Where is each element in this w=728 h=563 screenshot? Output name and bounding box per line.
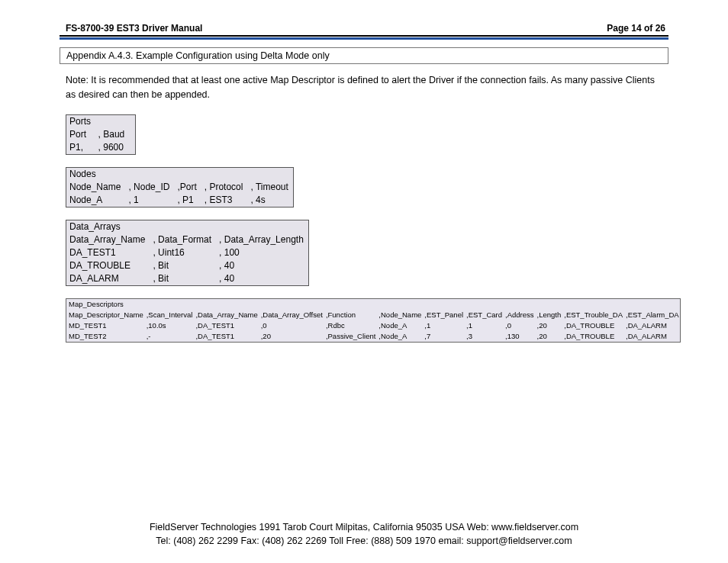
ports-cell: P1,	[66, 141, 95, 155]
map-col: ,Function	[324, 310, 376, 320]
da-cell: DA_ALARM	[66, 272, 150, 286]
map-col: ,Node_Name	[376, 310, 422, 320]
nodes-col: Node_Name	[66, 181, 126, 194]
map-descriptors-table: Map_Descriptors Map_Descriptor_Name ,Sca…	[66, 298, 681, 343]
map-cell: ,Passive_Client	[324, 331, 376, 343]
da-cell: , 40	[216, 259, 308, 272]
map-cell: ,20	[535, 331, 562, 343]
nodes-cell: , EST3	[201, 194, 248, 208]
nodes-cell: Node_A	[66, 194, 126, 208]
ports-col: , Baud	[95, 128, 136, 141]
ports-col: Port	[66, 128, 95, 141]
map-col: ,Address	[503, 310, 535, 320]
map-cell: ,DA_ALARM	[623, 320, 680, 331]
map-cell: ,3	[464, 331, 503, 343]
da-cell: , Uint16	[150, 246, 216, 259]
map-col: ,EST_Trouble_DA	[562, 310, 623, 320]
map-cell: ,7	[422, 331, 464, 343]
nodes-col: , Protocol	[201, 181, 248, 194]
nodes-col: , Node_ID	[125, 181, 174, 194]
da-col: Data_Array_Name	[66, 233, 150, 246]
footer-line-2: Tel: (408) 262 2299 Fax: (408) 262 2269 …	[0, 535, 728, 549]
da-cell: , 40	[216, 272, 308, 286]
map-cell: MD_TEST2	[66, 331, 144, 343]
section-title: Appendix A.4.3. Example Configuration us…	[60, 48, 668, 63]
page-header: FS-8700-39 EST3 Driver Manual Page 14 of…	[60, 23, 668, 35]
da-cell: DA_TEST1	[66, 246, 150, 259]
map-cell: ,10.0s	[144, 320, 194, 331]
map-cell: MD_TEST1	[66, 320, 144, 331]
map-cell: ,130	[503, 331, 535, 343]
map-heading: Map_Descriptors	[66, 298, 681, 310]
nodes-col: ,Port	[174, 181, 201, 194]
map-col: ,EST_Panel	[422, 310, 464, 320]
map-col: ,Data_Array_Name	[193, 310, 258, 320]
map-col: ,EST_Card	[464, 310, 503, 320]
map-cell: ,Rdbc	[324, 320, 376, 331]
map-cell: ,DA_TEST1	[193, 331, 258, 343]
map-col: ,Scan_Interval	[144, 310, 194, 320]
da-cell: , 100	[216, 246, 308, 259]
note-text: Note: It is recommended that at least on…	[66, 73, 662, 102]
map-cell: ,1	[422, 320, 464, 331]
map-cell: ,DA_ALARM	[623, 331, 680, 343]
rule-thin	[60, 35, 668, 37]
map-cell: ,-	[144, 331, 194, 343]
map-col: Map_Descriptor_Name	[66, 310, 144, 320]
map-cell: ,20	[259, 331, 324, 343]
map-cell: ,20	[535, 320, 562, 331]
map-cell: ,DA_TROUBLE	[562, 320, 623, 331]
da-col: , Data_Format	[150, 233, 216, 246]
ports-table: Ports Port , Baud P1, , 9600	[66, 114, 136, 155]
da-cell: , Bit	[150, 272, 216, 286]
da-cell: , Bit	[150, 259, 216, 272]
map-col: ,Data_Array_Offset	[259, 310, 324, 320]
map-cell: ,1	[464, 320, 503, 331]
page-footer: FieldServer Technologies 1991 Tarob Cour…	[0, 521, 728, 548]
map-cell: ,0	[259, 320, 324, 331]
ports-heading: Ports	[66, 114, 136, 128]
nodes-cell: , 4s	[247, 194, 293, 208]
page-number: Page 14 of 26	[607, 23, 665, 34]
nodes-cell: , P1	[174, 194, 201, 208]
map-col: ,Length	[535, 310, 562, 320]
da-col: , Data_Array_Length	[216, 233, 308, 246]
rule-blue	[60, 37, 668, 40]
nodes-heading: Nodes	[66, 167, 294, 181]
nodes-cell: , 1	[125, 194, 174, 208]
da-cell: DA_TROUBLE	[66, 259, 150, 272]
map-col: ,EST_Alarm_DA	[623, 310, 680, 320]
map-cell: ,0	[503, 320, 535, 331]
ports-cell: , 9600	[95, 141, 136, 155]
data-arrays-heading: Data_Arrays	[66, 220, 309, 233]
map-cell: ,Node_A	[376, 331, 422, 343]
data-arrays-table: Data_Arrays Data_Array_Name , Data_Forma…	[66, 220, 309, 286]
nodes-col: , Timeout	[247, 181, 293, 194]
map-cell: ,DA_TROUBLE	[562, 331, 623, 343]
map-cell: ,Node_A	[376, 320, 422, 331]
footer-line-1: FieldServer Technologies 1991 Tarob Cour…	[0, 521, 728, 535]
section-title-box: Appendix A.4.3. Example Configuration us…	[60, 47, 668, 64]
nodes-table: Nodes Node_Name , Node_ID ,Port , Protoc…	[66, 167, 294, 208]
map-cell: ,DA_TEST1	[193, 320, 258, 331]
manual-title: FS-8700-39 EST3 Driver Manual	[66, 23, 202, 34]
